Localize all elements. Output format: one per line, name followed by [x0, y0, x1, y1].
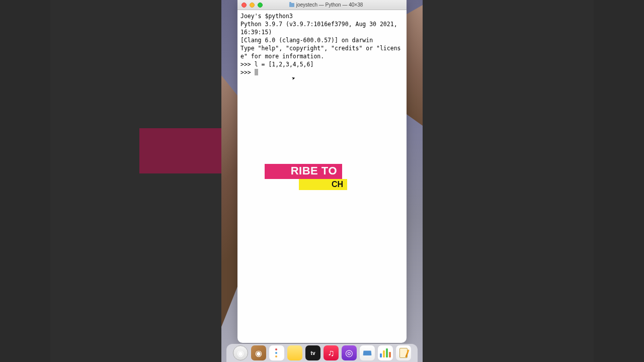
- text-cursor: [255, 69, 258, 75]
- traffic-lights: [242, 3, 263, 8]
- pages-icon[interactable]: [396, 345, 411, 360]
- terminal-line: [Clang 6.0 (clang-600.0.57)] on darwin: [240, 37, 373, 44]
- appletv-label: tv: [311, 350, 315, 356]
- keynote-icon[interactable]: [360, 345, 375, 360]
- folder-icon: [289, 3, 294, 7]
- titlebar[interactable]: joeystech — Python — 40×38: [237, 0, 407, 10]
- contacts-icon[interactable]: ◉: [251, 345, 266, 360]
- window-title-text: joeystech — Python — 40×38: [296, 2, 363, 8]
- background-edge-right: [594, 0, 644, 362]
- dark-panel-left: [50, 0, 221, 362]
- close-button[interactable]: [242, 3, 247, 8]
- podcasts-icon[interactable]: ◎: [342, 345, 357, 360]
- window-title-area: joeystech — Python — 40×38: [263, 2, 389, 8]
- notes-icon[interactable]: [287, 345, 302, 360]
- terminal-line: Python 3.9.7 (v3.9.7:1016ef3790, Aug 30 …: [240, 21, 401, 36]
- maximize-button[interactable]: [258, 3, 263, 8]
- safari-icon[interactable]: ◉: [233, 345, 248, 360]
- minimize-button[interactable]: [250, 3, 255, 8]
- dark-panel-right: [423, 0, 594, 362]
- dock: ◉ ◉ tv ♫ ◎: [226, 344, 418, 362]
- overlay-banner-pink: RIBE TO: [265, 164, 342, 179]
- terminal-line: Joey's $python3: [240, 13, 293, 20]
- terminal-line: >>> l = [1,2,3,4,5,6]: [240, 61, 313, 68]
- appletv-icon[interactable]: tv: [305, 345, 320, 360]
- numbers-icon[interactable]: [378, 345, 393, 360]
- maroon-rectangle: [139, 128, 221, 173]
- terminal-line: Type "help", "copyright", "credits" or "…: [240, 45, 401, 60]
- overlay-banner-yellow: CH: [299, 179, 347, 190]
- background-edge-left: [0, 0, 50, 362]
- mouse-pointer-icon: ➤: [291, 74, 296, 82]
- overlay-banner-group: RIBE TO CH: [265, 164, 347, 190]
- music-icon[interactable]: ♫: [324, 345, 339, 360]
- terminal-prompt: >>>: [240, 69, 255, 76]
- reminders-icon[interactable]: [269, 345, 284, 360]
